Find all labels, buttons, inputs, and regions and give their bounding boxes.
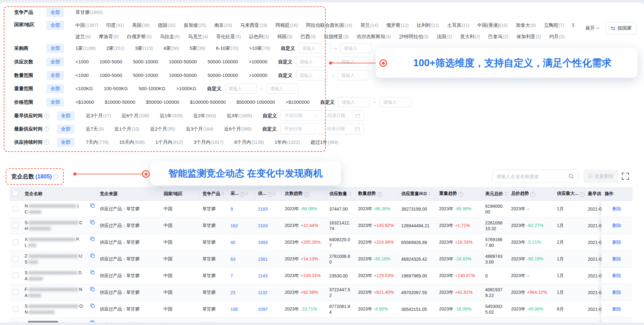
filter-all-chip[interactable]: 全部 [46,8,64,17]
buyer-count-link[interactable]: 23 [227,284,255,301]
filter-all-chip[interactable]: 全部 [46,98,64,107]
row-checkbox[interactable] [13,273,18,278]
buyer-count-link[interactable]: 106 [227,301,255,318]
filter-option[interactable]: 500-1000KG [139,86,165,91]
copy-icon[interactable] [90,270,95,276]
buyer-count-link[interactable]: 9 [227,201,255,218]
supply-times-link[interactable]: 1097 [255,301,282,318]
filter-option[interactable]: 南非(23) [214,22,232,28]
info-icon[interactable]: ! [377,192,382,197]
range-max-input[interactable] [267,84,298,94]
filter-option[interactable]: 新加坡(25) [184,22,206,28]
filter-option[interactable]: 以色列(3) [249,34,269,40]
range-min-input[interactable] [225,84,257,94]
filter-option[interactable]: 中国(香港)(10) [477,22,508,28]
row-checkbox[interactable] [13,322,18,323]
custom-label[interactable]: 自定义 [207,86,221,92]
horizontal-scrollbar[interactable] [28,321,58,322]
filter-option[interactable]: 阿拉伯联合酋长国(14) [306,22,352,28]
sort-icon[interactable] [246,191,248,195]
copy-icon[interactable] [90,304,95,309]
filter-all-chip[interactable]: 全部 [57,125,75,134]
sort-icon[interactable] [222,191,224,196]
filter-option[interactable]: 印度(41) [106,22,124,28]
filter-option[interactable]: <$10000 [75,99,94,105]
filter-option[interactable]: 沙特阿拉伯(3) [399,34,428,40]
filter-option[interactable]: 美国(39) [132,22,150,28]
filter-option[interactable]: 5家(39) [190,45,205,51]
search-input[interactable] [492,174,569,179]
filter-option[interactable]: >$1000000 [286,99,310,105]
info-icon[interactable]: ! [580,192,585,197]
supply-times-link[interactable]: 1132 [255,284,282,301]
info-icon[interactable]: ! [53,174,58,179]
filter-option[interactable]: 立陶宛(7) [544,22,564,28]
filter-option[interactable]: 韩国(3) [277,34,292,40]
filter-option[interactable]: 50000-100000 [207,73,238,78]
delete-link[interactable]: 删除 [612,206,621,211]
date-range-picker[interactable]: 开始日期 → 结束日期 [280,124,364,134]
filter-option[interactable]: 乌拉圭(5) [160,34,180,40]
supply-times-link[interactable]: 2103 [255,218,282,234]
filter-option[interactable]: 3个月内(1017) [194,139,224,145]
sort-icon[interactable] [349,191,351,196]
info-icon[interactable]: ! [267,192,272,197]
batch-delete-button[interactable]: 批量删除 [583,170,618,183]
delete-link[interactable]: 删除 [612,290,621,295]
filter-option[interactable]: >10家(78) [249,45,270,51]
filter-all-chip[interactable]: 全部 [46,71,64,80]
column-header[interactable]: 供...! [255,187,282,201]
info-icon[interactable]: ! [44,126,49,131]
filter-option[interactable]: 6个月内(1139) [234,139,264,145]
info-icon[interactable]: ! [44,113,49,118]
custom-label[interactable]: 自定义 [278,73,292,78]
filter-option[interactable]: 近3个月(164) [186,126,213,132]
filter-option[interactable]: 3家(113) [135,45,153,51]
filter-option[interactable]: 阿根廷(16) [276,22,298,28]
custom-label[interactable]: 自定义 [278,59,292,65]
date-range-picker[interactable]: 开始日期 → 结束日期 [281,110,364,121]
range-max-input[interactable] [380,97,411,107]
filter-option[interactable]: 草甘膦(1805) [75,9,103,15]
filter-option[interactable]: 法国(2) [437,34,452,40]
filter-option[interactable]: 俄罗斯(12) [386,22,409,28]
filter-all-chip[interactable]: 全部 [46,21,64,30]
supply-times-link[interactable]: 962 [255,318,282,323]
filter-option[interactable]: 白俄罗斯(5) [127,34,152,40]
filter-option[interactable]: 近7天(0) [86,126,104,132]
copy-icon[interactable] [90,237,95,242]
delete-link[interactable]: 删除 [612,223,621,228]
buyer-count-link[interactable]: 40 [227,234,255,251]
delete-link[interactable]: 删除 [612,256,621,261]
filter-option[interactable]: 加拿大(9) [516,22,536,28]
filter-option[interactable]: 中国(1397) [75,22,98,28]
custom-label[interactable]: 自定义 [263,113,277,119]
filter-all-chip[interactable]: 全部 [46,84,64,93]
info-icon[interactable]: ! [240,192,245,197]
row-checkbox[interactable] [13,206,18,212]
info-icon[interactable]: ! [304,192,309,197]
filter-option[interactable]: 1000-5000 [99,59,122,65]
filter-option[interactable]: 近1个月(10) [114,126,139,132]
filter-option[interactable]: 5000-10000 [133,73,158,78]
filter-all-chip[interactable]: 全部 [46,44,64,53]
buyer-count-link[interactable]: 163 [227,218,255,234]
column-header[interactable]: 供应数量 [326,187,355,201]
filter-option[interactable]: 15天内(838) [119,139,145,145]
range-min-input[interactable] [296,57,328,67]
filter-option[interactable]: 1年内(1322) [275,139,300,145]
filter-option[interactable]: 2家(251) [106,45,124,51]
filter-option[interactable]: 1000-5000 [99,73,122,78]
filter-option[interactable]: >1000KG [176,86,196,91]
filter-option[interactable]: 近3年(1605) [227,113,252,119]
range-min-input[interactable] [338,97,370,107]
delete-link[interactable]: 删除 [612,240,621,245]
column-header[interactable]: 竞争产品 [199,187,227,201]
buyer-count-link[interactable]: 63 [227,251,255,268]
filter-option[interactable]: <100KG [75,86,93,91]
row-checkbox[interactable] [13,306,18,312]
filter-option[interactable]: 100-500KG [104,86,128,91]
filter-option[interactable]: 拉脱维亚(3) [324,34,349,40]
delete-link[interactable]: 删除 [612,322,621,322]
filter-option[interactable]: 1家(1199) [75,45,96,51]
